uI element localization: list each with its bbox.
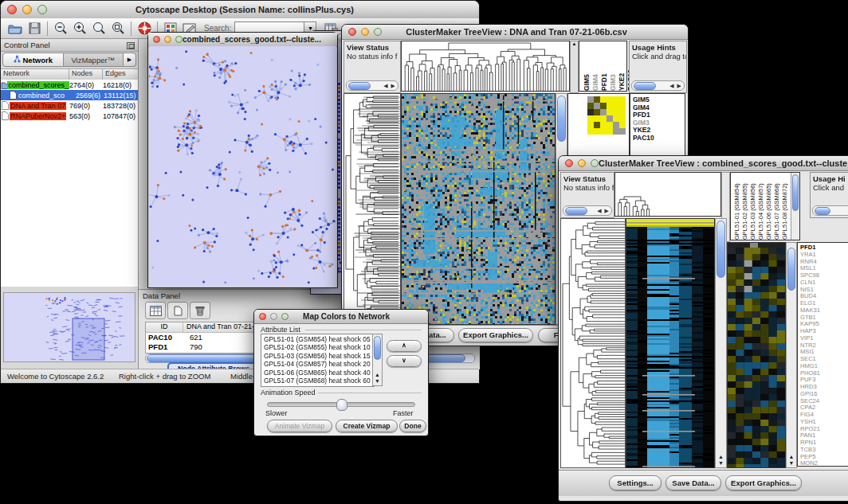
- main-window-title: Cytoscape Desktop (Session Name: collins…: [47, 5, 479, 14]
- network1-title: combined_scores_good.txt--cluste...: [183, 35, 337, 44]
- col-edges: Edges: [103, 69, 138, 80]
- network1-titlebar[interactable]: combined_scores_good.txt--cluste...: [148, 33, 337, 47]
- slider-thumb[interactable]: [336, 399, 347, 411]
- attribute-item[interactable]: GPL51-02 (GSM855) heat shock 10 min: [262, 343, 374, 351]
- open-file-button[interactable]: [6, 21, 25, 37]
- table-tool-button[interactable]: [145, 302, 166, 319]
- tv1-row-dendrogram[interactable]: [344, 93, 401, 325]
- move-down-button[interactable]: ∨: [387, 355, 422, 367]
- move-up-button[interactable]: ∧: [387, 340, 422, 352]
- zoom-fit-button[interactable]: [89, 21, 108, 37]
- tv2-settings-button[interactable]: Settings...: [609, 475, 662, 490]
- zoom-window-icon[interactable]: [281, 313, 289, 320]
- tv2-status-scrollbar[interactable]: ◀ ▶: [563, 205, 612, 216]
- control-panel-tabs: Network VizMapper™ ▶: [2, 53, 136, 67]
- map-colors-dialog: Map Colors to Network Attribute List GPL…: [253, 309, 429, 436]
- undefined-item: GPL51-07 (GSM868): [773, 174, 780, 240]
- group-divider: [318, 393, 422, 393]
- zoom-window-icon[interactable]: [591, 159, 599, 167]
- tv2-hints-scrollbar[interactable]: [812, 205, 848, 216]
- new-attribute-button[interactable]: [167, 302, 188, 319]
- treeview2-title: ClusterMaker TreeView : combined_scores_…: [599, 158, 848, 168]
- minimize-icon[interactable]: [22, 5, 32, 14]
- zoom-window-icon[interactable]: [374, 28, 382, 36]
- dialog-titlebar[interactable]: Map Colors to Network: [254, 310, 428, 324]
- tv2-column-dendrogram[interactable]: [614, 172, 721, 217]
- tv2-export-graphics-button[interactable]: Export Graphics...: [725, 475, 802, 490]
- close-icon[interactable]: [348, 28, 356, 36]
- faster-label: Faster: [393, 409, 414, 417]
- attribute-item[interactable]: GPL51-01 (GSM854) heat shock 05 min: [262, 335, 374, 343]
- control-panel-title: Control Panel: [1, 41, 127, 49]
- main-titlebar[interactable]: Cytoscape Desktop (Session Name: collins…: [1, 1, 479, 19]
- tv2-gene-labels-item: MON2: [798, 460, 848, 467]
- tv1-heatmap[interactable]: [401, 93, 556, 325]
- tv1-hints-scrollbar[interactable]: ◀ ▶: [631, 80, 685, 91]
- status-zoom-hint: Right-click + drag to ZOOM: [119, 372, 210, 381]
- tv1-correlation-matrix[interactable]: [587, 96, 626, 135]
- zoom-window-icon[interactable]: [175, 36, 183, 43]
- close-icon[interactable]: [153, 36, 160, 43]
- tv1-column-labels-item: YKE2: [618, 43, 626, 91]
- undefined-item: GPL51-02 (GSM855): [741, 174, 748, 240]
- tv2-zoom-heatmap[interactable]: [727, 242, 786, 468]
- tab-overflow-arrow[interactable]: ▶: [124, 53, 136, 67]
- data-panel-title: Data Panel: [143, 291, 180, 300]
- zoom-out-button[interactable]: [51, 21, 70, 37]
- save-button[interactable]: [25, 21, 44, 37]
- attribute-listbox[interactable]: GPL51-01 (GSM854) heat shock 05 minGPL51…: [261, 334, 375, 387]
- minimize-icon[interactable]: [578, 159, 586, 167]
- close-icon[interactable]: [7, 5, 17, 14]
- network-row[interactable]: RNAPuberNov2+ 563(0) 107847(0): [1, 111, 138, 121]
- tv1-column-labels-item: GIM4: [591, 43, 599, 91]
- treeview1-titlebar[interactable]: ClusterMaker TreeView : DNA and Tran 07-…: [342, 25, 688, 40]
- birds-eye-view[interactable]: [3, 292, 135, 362]
- network-row[interactable]: combined_scores_ 2764(0) 16218(0): [1, 80, 138, 90]
- tv2-heatmap[interactable]: [626, 218, 715, 468]
- done-button[interactable]: Done: [399, 420, 426, 432]
- float-panel-icon[interactable]: [127, 38, 135, 53]
- tv2-row-dendrogram[interactable]: [560, 218, 626, 468]
- status-welcome: Welcome to Cytoscape 2.6.2: [7, 372, 104, 381]
- blank-page-icon: [174, 306, 183, 316]
- attribute-item[interactable]: GPL51-06 (GSM865) heat shock 40 min: [262, 369, 374, 377]
- attribute-item[interactable]: GPL51-03 (GSM856) heat shock 15 min: [262, 352, 374, 360]
- treeview2-titlebar[interactable]: ClusterMaker TreeView : combined_scores_…: [559, 156, 848, 171]
- tv1-column-dendrogram[interactable]: [401, 41, 570, 92]
- tv1-column-labels-item: GIM3: [609, 43, 617, 91]
- attribute-item[interactable]: GPL51-04 (GSM857) heat shock 20 min: [262, 360, 374, 368]
- zoom-selected-button[interactable]: [108, 21, 128, 37]
- animate-vizmap-button[interactable]: Animate Vizmap: [267, 420, 332, 432]
- zoom-in-button[interactable]: [70, 21, 89, 37]
- file-icon: [9, 91, 18, 100]
- tv1-row-labels-item: PAC10: [630, 135, 685, 143]
- tv1-scroll-strip[interactable]: ▲: [570, 41, 579, 93]
- close-icon[interactable]: [565, 159, 573, 167]
- window-controls[interactable]: [7, 5, 47, 14]
- minimize-icon[interactable]: [164, 36, 171, 43]
- attribute-item[interactable]: GPL51-07 (GSM868) heat shock 60 min: [262, 377, 374, 385]
- network-row[interactable]: DNA and Tran 07 769(0) 183728(0): [1, 100, 138, 111]
- close-icon[interactable]: [259, 313, 266, 320]
- tv2-gene-vscrollbar[interactable]: ▲▼: [786, 242, 797, 468]
- delete-attribute-button[interactable]: [190, 302, 210, 319]
- minimize-icon[interactable]: [361, 28, 369, 36]
- attribute-list-vscrollbar[interactable]: ▲▼: [372, 334, 383, 386]
- tv2-gene-labels: PFD1YRA1RNR4MSL1SPC98CLN1NIS1BUD4ELG1MAK…: [797, 242, 848, 467]
- tv2-save-data-button[interactable]: Save Data...: [665, 475, 721, 490]
- minimize-icon[interactable]: [270, 313, 277, 320]
- network1-canvas[interactable]: [149, 46, 336, 287]
- tv2-heatmap-vscrollbar[interactable]: ▲▼: [715, 218, 727, 468]
- zoom-window-icon[interactable]: [37, 5, 47, 14]
- tv1-export-graphics-button[interactable]: Export Graphics...: [458, 328, 533, 342]
- tab-network[interactable]: Network: [2, 53, 64, 67]
- create-vizmap-button[interactable]: Create Vizmap: [336, 420, 398, 432]
- tv1-column-labels-item: GIM5: [583, 43, 591, 91]
- tab-vizmapper[interactable]: VizMapper™: [64, 53, 124, 67]
- tv2-labels-vscrollbar[interactable]: [791, 173, 799, 240]
- network-row-selected[interactable]: combined_sco 2569(6) 13112(15): [1, 90, 138, 100]
- animation-speed-slider[interactable]: [267, 402, 415, 407]
- tv1-status-scrollbar[interactable]: ◀ ▶: [346, 80, 398, 91]
- tv1-view-status: View StatusNo status info f ◀ ▶: [344, 41, 401, 93]
- attribute-list-label: Attribute List: [261, 326, 300, 334]
